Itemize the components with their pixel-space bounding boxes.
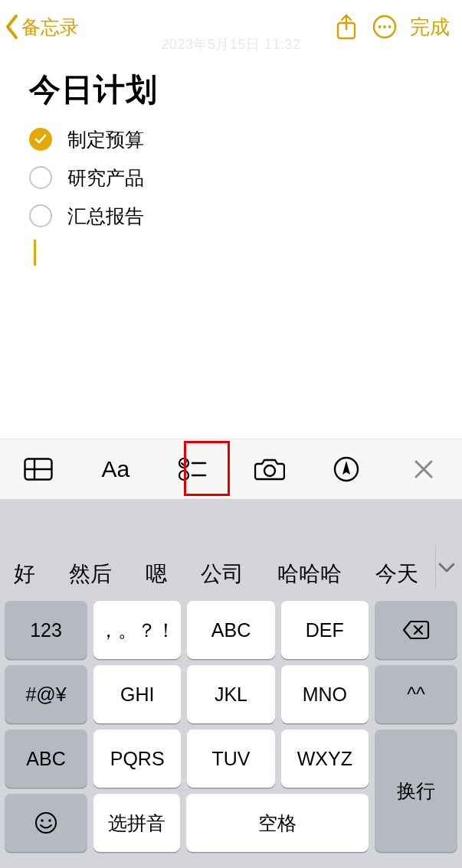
todo-row[interactable]: 研究产品 bbox=[29, 158, 433, 197]
key-wxyz[interactable]: WXYZ bbox=[281, 729, 369, 788]
expand-candidates-button[interactable] bbox=[435, 546, 457, 589]
todo-text[interactable]: 汇总报告 bbox=[67, 204, 144, 229]
ellipsis-circle-icon bbox=[372, 15, 397, 39]
key-def[interactable]: DEF bbox=[281, 601, 369, 659]
key-tuv[interactable]: TUV bbox=[187, 729, 274, 788]
close-icon bbox=[414, 459, 434, 479]
candidate[interactable]: 哈哈哈 bbox=[260, 560, 359, 589]
note-title[interactable]: 今日计划 bbox=[29, 69, 433, 111]
checklist-icon bbox=[178, 456, 207, 482]
svg-point-4 bbox=[383, 25, 386, 28]
svg-point-18 bbox=[41, 819, 44, 822]
candidate-bar: 好 然后 嗯 公司 哈哈哈 今天 bbox=[0, 500, 462, 601]
candidate[interactable]: 今天 bbox=[359, 560, 435, 589]
backspace-icon bbox=[402, 620, 430, 640]
key-abc[interactable]: ABC bbox=[187, 601, 274, 659]
text-style-icon: Aa bbox=[101, 456, 129, 482]
key-space[interactable]: 空格 bbox=[186, 794, 369, 852]
back-label: 备忘录 bbox=[21, 15, 79, 40]
key-123[interactable]: 123 bbox=[5, 601, 87, 659]
emoji-icon bbox=[34, 811, 57, 834]
nav-bar: 备忘录 完成 bbox=[0, 0, 462, 54]
key-return[interactable]: 换行 bbox=[375, 729, 457, 852]
svg-point-9 bbox=[179, 458, 188, 468]
key-emoji[interactable] bbox=[5, 794, 87, 852]
candidate[interactable]: 然后 bbox=[52, 560, 129, 589]
candidate[interactable]: 公司 bbox=[184, 560, 260, 589]
todo-row[interactable]: 制定预算 bbox=[29, 120, 433, 158]
svg-point-17 bbox=[36, 813, 56, 833]
key-select-pinyin[interactable]: 选拼音 bbox=[93, 794, 180, 852]
camera-icon bbox=[254, 457, 285, 481]
checklist-checked-icon[interactable] bbox=[29, 128, 52, 151]
key-abc-shift[interactable]: ABC bbox=[5, 729, 87, 788]
note-body[interactable]: 今日计划 制定预算 研究产品 汇总报告 bbox=[0, 54, 462, 266]
todo-text[interactable]: 制定预算 bbox=[67, 127, 144, 152]
checklist-unchecked-icon[interactable] bbox=[29, 166, 52, 189]
svg-point-13 bbox=[264, 465, 275, 476]
todo-row[interactable]: 汇总报告 bbox=[29, 197, 433, 235]
close-toolbar-button[interactable] bbox=[385, 439, 463, 499]
table-button[interactable] bbox=[0, 439, 77, 499]
chevron-down-icon bbox=[437, 561, 456, 573]
key-backspace[interactable] bbox=[375, 601, 457, 659]
svg-point-3 bbox=[378, 25, 382, 28]
todo-text[interactable]: 研究产品 bbox=[67, 165, 144, 191]
key-symbols[interactable]: #@¥ bbox=[5, 665, 87, 723]
keyboard: 好 然后 嗯 公司 哈哈哈 今天 123 #@¥ ABC bbox=[0, 500, 462, 868]
text-cursor bbox=[34, 240, 36, 266]
chevron-left-icon bbox=[5, 14, 20, 40]
key-punct[interactable]: ，。？！ bbox=[93, 601, 181, 659]
done-button[interactable]: 完成 bbox=[410, 14, 450, 41]
key-ghi[interactable]: GHI bbox=[93, 665, 181, 723]
camera-button[interactable] bbox=[231, 439, 309, 499]
text-style-button[interactable]: Aa bbox=[77, 439, 155, 499]
table-icon bbox=[24, 458, 53, 481]
markup-button[interactable] bbox=[308, 439, 385, 499]
key-kaomoji[interactable]: ^^ bbox=[375, 665, 457, 723]
markup-icon bbox=[333, 456, 359, 482]
svg-point-19 bbox=[48, 819, 51, 822]
svg-point-11 bbox=[179, 471, 188, 480]
share-icon bbox=[336, 14, 357, 40]
more-button[interactable] bbox=[365, 15, 404, 39]
share-button[interactable] bbox=[327, 14, 365, 40]
candidate[interactable]: 好 bbox=[0, 560, 52, 589]
candidate[interactable]: 嗯 bbox=[129, 560, 184, 589]
checklist-unchecked-icon[interactable] bbox=[29, 204, 52, 227]
key-jkl[interactable]: JKL bbox=[187, 665, 274, 723]
format-toolbar: Aa bbox=[0, 439, 462, 500]
checklist-button[interactable] bbox=[154, 439, 231, 499]
back-button[interactable]: 备忘录 bbox=[5, 14, 79, 40]
svg-point-5 bbox=[388, 25, 392, 28]
key-pqrs[interactable]: PQRS bbox=[93, 729, 181, 788]
key-mno[interactable]: MNO bbox=[281, 665, 369, 723]
